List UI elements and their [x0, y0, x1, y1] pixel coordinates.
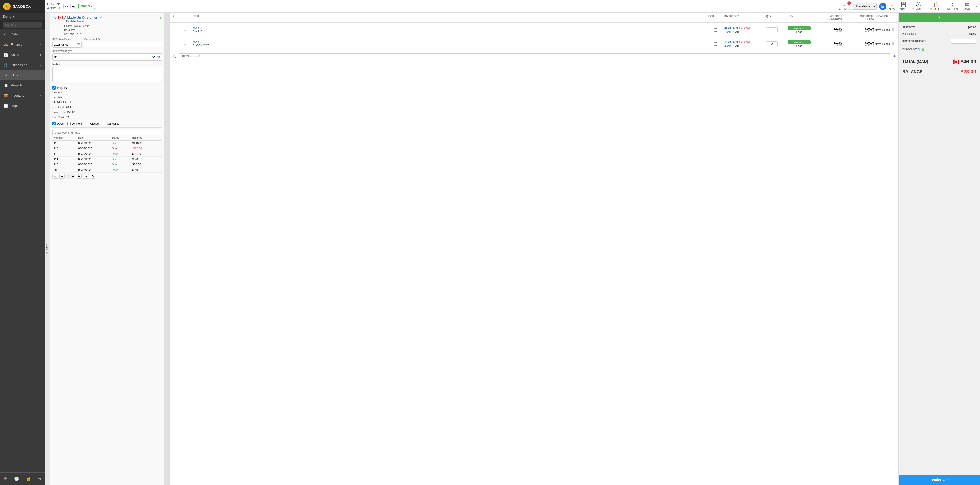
page-prev-button[interactable]: ◀ — [59, 174, 65, 179]
table-row[interactable]: 111 08/08/2023 Open $0.00 — [52, 156, 162, 162]
customer-search-icon[interactable]: 🔍 — [52, 15, 57, 19]
order-balance: $110.00 — [131, 140, 157, 146]
receipt-button[interactable]: 🖨 RECEIPT — [947, 2, 958, 11]
row-number: 2 — [173, 42, 183, 46]
sidebar-item-finance[interactable]: 💰 Finance › — [0, 39, 45, 49]
sales-arrow-icon: › — [40, 53, 41, 57]
authorized-buyer-select[interactable]: 👁 ⊕ — [52, 53, 162, 61]
delete-row-button[interactable]: 🗑 — [891, 27, 895, 32]
order-table-header: # ITEM PICK INVENTORY QTY UOM UNIT PRICE… — [170, 13, 898, 23]
delete-row-button[interactable]: 🗑 — [891, 41, 895, 46]
add-item-button[interactable]: + — [893, 54, 896, 59]
closed-checkbox[interactable] — [86, 122, 89, 125]
edit-item-icon[interactable]: ✏ — [200, 41, 202, 44]
history-icon[interactable]: 🕐 — [13, 475, 21, 482]
availability-badge: Available — [788, 40, 811, 44]
calendar-icon[interactable]: 📅 — [76, 42, 81, 48]
table-row[interactable]: 116 08/09/2023 Open -$20.00 — [52, 146, 162, 151]
orders-pagination: ⏮ ◀ 1 ▶ ⏭ ↻ — [52, 173, 162, 180]
edit-item-icon[interactable]: ✏ — [200, 27, 202, 30]
nav-first-button[interactable]: ⏮ — [63, 4, 69, 9]
balance-value: $23.00 — [961, 69, 976, 75]
page-first-button[interactable]: ⏮ — [52, 174, 58, 179]
refresh-button[interactable]: ↻ — [90, 174, 95, 179]
open-checkbox[interactable] — [52, 122, 56, 125]
receipt-icon: 🖨 — [950, 2, 955, 7]
sale-date-input-wrapper: 📅 — [52, 41, 82, 48]
cancelled-checkbox-label[interactable]: Cancelled — [103, 122, 120, 125]
summary-collapse-button[interactable]: ▾ — [899, 13, 980, 22]
page-select[interactable]: 1 — [66, 174, 75, 179]
page-last-button[interactable]: ⏭ — [83, 174, 89, 179]
pick-checkbox[interactable] — [714, 42, 718, 46]
atp-count: 31 ATP — [732, 44, 740, 48]
hst-row: HST 15% : $6.00 — [902, 31, 976, 37]
demo-selector[interactable]: Demo ▾ — [0, 13, 45, 21]
table-row[interactable]: 119 08/09/2023 Open $110.00 — [52, 140, 162, 146]
sidebar-item-purchasing[interactable]: 🛒 Purchasing › — [0, 60, 45, 70]
customer-name[interactable]: A Made Up Customer — [64, 16, 97, 19]
more-button[interactable]: ▾ — [976, 5, 977, 8]
finance-arrow-icon: › — [40, 43, 41, 46]
qty-input[interactable] — [766, 27, 778, 32]
notes-textarea[interactable] — [52, 67, 162, 82]
sidebar-item-projects[interactable]: 📋 Projects › — [0, 80, 45, 90]
orders-filter-input[interactable] — [52, 130, 162, 135]
page-next-button[interactable]: ▶ — [76, 174, 82, 179]
pick-checkbox[interactable] — [714, 28, 718, 32]
sidebar-item-data[interactable]: 🗃 Data › — [0, 29, 45, 39]
on-hold-checkbox[interactable] — [67, 122, 71, 125]
qty-input[interactable] — [766, 41, 778, 46]
discount-add-button[interactable]: ⊕ — [921, 47, 924, 52]
on-hold-checkbox-label[interactable]: On Hold — [67, 122, 82, 125]
grid-toggle-button[interactable]: ⊞ — [879, 3, 886, 10]
subtotal-value: $20.00 — [843, 27, 874, 30]
finance-icon: 💰 — [3, 42, 8, 46]
customer-clear-button[interactable]: ✕ — [99, 15, 102, 19]
open-checkbox-label[interactable]: Open — [52, 122, 64, 125]
sidebar-item-reports[interactable]: 📊 Reports — [0, 100, 45, 111]
tender-out-button[interactable]: Tender Out — [899, 475, 980, 485]
customer-po-input[interactable] — [84, 41, 162, 47]
nav-prev-button[interactable]: ◀ — [70, 4, 76, 9]
email-button[interactable]: ✉ EMAIL — [963, 2, 971, 11]
closed-checkbox-label[interactable]: Closed — [86, 122, 99, 125]
sidebar-item-pos[interactable]: 🖥 POS — [0, 70, 45, 80]
sidebar-search-input[interactable] — [3, 22, 42, 27]
order-balance: $23.00 — [131, 151, 157, 156]
sidebar-item-inventory[interactable]: 📦 Inventory › — [0, 90, 45, 100]
price-base-select[interactable]: BasePrice — [853, 3, 877, 10]
panel-collapse-button[interactable]: ‹ — [164, 13, 169, 485]
new-button[interactable]: 📄 NEW — [889, 2, 895, 11]
item-code-link[interactable]: 0003 — [192, 41, 199, 44]
item-code-link[interactable]: 0005 — [192, 27, 199, 30]
product-search-input[interactable] — [179, 53, 891, 59]
table-row[interactable]: 98 08/03/2023 Open $0.00 — [52, 167, 162, 173]
purchasing-arrow-icon: › — [40, 63, 41, 67]
comment-button[interactable]: 💬 COMMENT — [912, 2, 925, 11]
status-badge[interactable]: OPEN ▾ — [78, 3, 95, 9]
instant-rebate-input[interactable] — [951, 38, 976, 44]
discount-row: DISCOUNT $ ⊕ — [902, 45, 976, 54]
drag-handle-icon[interactable]: ≡ — [184, 27, 192, 32]
buyer-add-icon[interactable]: ⊕ — [157, 55, 160, 59]
receipt-label: RECEIPT — [947, 8, 958, 11]
table-row[interactable]: 110 08/08/2023 Open $38.00 — [52, 162, 162, 167]
logout-icon[interactable]: ➡ — [37, 475, 43, 482]
sale-date-input[interactable] — [52, 42, 76, 47]
save-button[interactable]: 💾 SAVE — [900, 2, 907, 11]
activity-button[interactable]: 📄 1 ACTIVITY — [839, 2, 850, 11]
drag-handle-icon[interactable]: ≡ — [184, 41, 192, 46]
order-date: 08/09/2023 — [77, 151, 110, 156]
pick-list-button[interactable]: 📋 PICK LIST — [930, 2, 942, 11]
cancelled-checkbox[interactable] — [103, 122, 106, 125]
add-customer-button[interactable]: + — [159, 15, 162, 21]
on-order-count: 3 on order — [738, 26, 750, 29]
inquiry-checkbox[interactable] — [52, 86, 56, 89]
table-row[interactable]: 112 08/09/2023 Open $23.00 — [52, 151, 162, 156]
settings-icon[interactable]: ⚙ — [2, 475, 8, 482]
item-info: 0005 ✏ Block D — [192, 27, 707, 33]
lock-icon[interactable]: 🔒 — [25, 475, 32, 482]
sidebar-item-sales[interactable]: 📈 Sales › — [0, 49, 45, 60]
authorized-buyer-dropdown[interactable] — [58, 55, 156, 59]
